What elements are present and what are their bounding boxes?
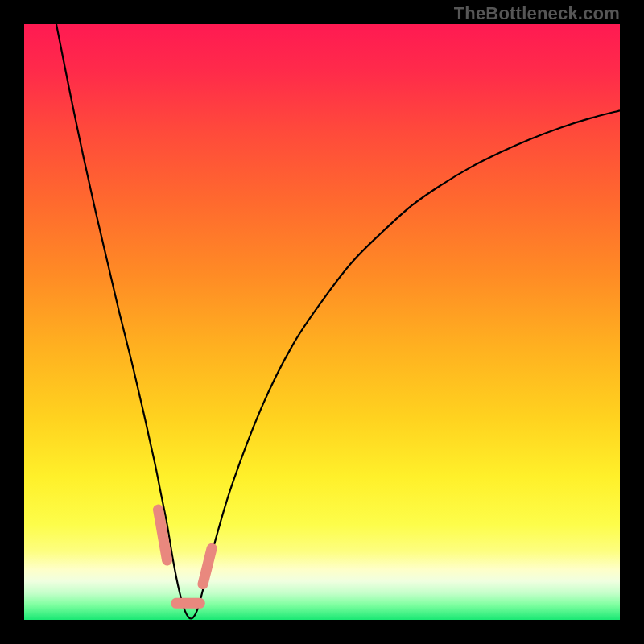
bottleneck-curve — [56, 24, 620, 619]
watermark-text: TheBottleneck.com — [454, 3, 620, 24]
plot-area — [24, 24, 620, 620]
chart-frame: TheBottleneck.com — [0, 0, 644, 644]
curve-layer — [24, 24, 620, 620]
